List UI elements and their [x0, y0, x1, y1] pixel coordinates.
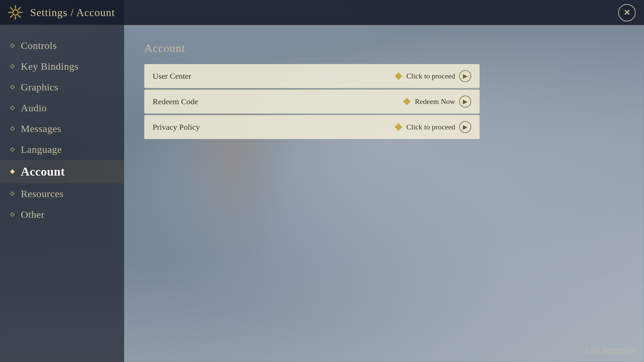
setting-row-user-center[interactable]: User CenterClick to proceed▶ — [144, 64, 480, 88]
setting-name: Redeem Code — [153, 97, 403, 106]
sidebar-item-resources[interactable]: Resources — [0, 183, 124, 204]
uid-display: UID: 802823820 — [585, 347, 636, 355]
nav-diamond-icon — [10, 106, 15, 110]
svg-line-8 — [10, 15, 12, 17]
nav-item-label: Graphics — [21, 81, 58, 93]
sidebar-item-language[interactable]: Language — [0, 139, 124, 160]
sidebar-item-messages[interactable]: Messages — [0, 118, 124, 139]
close-button[interactable]: ✕ — [618, 4, 636, 21]
setting-action-text: Redeem Now — [415, 97, 455, 106]
setting-name: User Center — [153, 72, 394, 81]
nav-item-label: Controls — [21, 40, 57, 51]
nav-diamond-icon — [10, 43, 15, 48]
settings-icon — [7, 4, 24, 21]
action-diamond-icon — [403, 98, 411, 106]
setting-action-text: Click to proceed — [407, 123, 455, 131]
header-bar: Settings / Account ✕ — [0, 0, 644, 25]
settings-list: User CenterClick to proceed▶Redeem CodeR… — [144, 64, 480, 139]
setting-row-redeem-code[interactable]: Redeem CodeRedeem Now▶ — [144, 89, 480, 114]
nav-item-label: Messages — [21, 123, 61, 134]
proceed-arrow-icon[interactable]: ▶ — [459, 96, 471, 108]
nav-item-label: Resources — [21, 188, 64, 199]
nav-item-label: Language — [21, 144, 62, 155]
proceed-arrow-icon[interactable]: ▶ — [459, 70, 471, 82]
sidebar-item-key-bindings[interactable]: Key Bindings — [0, 56, 124, 77]
svg-line-5 — [10, 7, 12, 9]
nav-item-label: Other — [21, 209, 45, 220]
action-diamond-icon — [394, 123, 402, 131]
sidebar-item-audio[interactable]: Audio — [0, 98, 124, 118]
nav-item-label: Key Bindings — [21, 61, 78, 72]
proceed-arrow-icon[interactable]: ▶ — [459, 121, 471, 133]
svg-line-7 — [18, 7, 20, 9]
header-title: Settings / Account — [30, 6, 115, 19]
nav-diamond-icon — [10, 191, 15, 196]
setting-action-area: Redeem Now▶ — [403, 96, 471, 108]
close-icon: ✕ — [624, 8, 630, 17]
action-diamond-icon — [394, 72, 402, 80]
main-content: Account User CenterClick to proceed▶Rede… — [124, 25, 644, 156]
nav-item-label: Audio — [21, 102, 47, 114]
sidebar-item-other[interactable]: Other — [0, 204, 124, 225]
svg-line-6 — [18, 15, 20, 17]
setting-action-area: Click to proceed▶ — [394, 121, 471, 133]
setting-name: Privacy Policy — [153, 123, 394, 132]
nav-diamond-icon — [10, 126, 15, 131]
nav-diamond-icon — [10, 212, 15, 217]
section-title: Account — [144, 42, 624, 55]
svg-point-0 — [13, 10, 18, 15]
nav-item-label: Account — [21, 165, 65, 179]
sidebar-item-account[interactable]: Account — [0, 160, 124, 183]
nav-diamond-icon — [10, 85, 15, 89]
setting-row-privacy-policy[interactable]: Privacy PolicyClick to proceed▶ — [144, 115, 480, 139]
nav-diamond-icon — [10, 147, 15, 152]
nav-diamond-icon — [10, 64, 15, 69]
sidebar-item-controls[interactable]: Controls — [0, 35, 124, 56]
setting-action-area: Click to proceed▶ — [394, 70, 471, 82]
sidebar-item-graphics[interactable]: Graphics — [0, 77, 124, 98]
setting-action-text: Click to proceed — [407, 72, 455, 80]
nav-diamond-icon — [10, 169, 15, 174]
sidebar-nav: ControlsKey BindingsGraphicsAudioMessage… — [0, 25, 124, 362]
